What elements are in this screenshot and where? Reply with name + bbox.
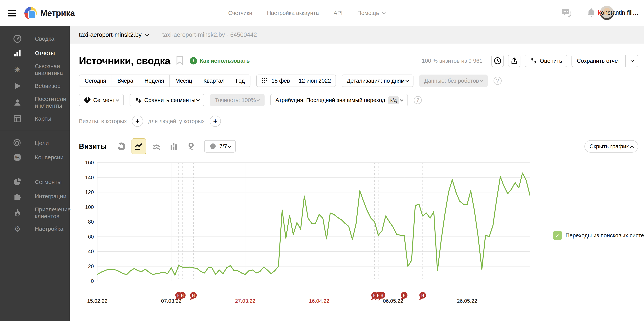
svg-text:120: 120 <box>85 189 94 195</box>
svg-text:140: 140 <box>85 175 94 180</box>
puzzle-icon <box>0 192 35 201</box>
save-report-button[interactable]: Сохранить отчет <box>572 55 638 67</box>
svg-text:15.02.22: 15.02.22 <box>87 298 107 304</box>
chevron-down-icon <box>405 78 409 82</box>
legend-checkbox[interactable]: ✓ <box>553 231 562 240</box>
period-year[interactable]: Год <box>230 75 250 87</box>
compare-segments-button[interactable]: Сравнить сегменты <box>130 94 204 106</box>
chevron-down-icon <box>116 98 119 101</box>
nav-account-settings[interactable]: Настройка аккаунта <box>267 10 319 16</box>
svg-text:16.04.22: 16.04.22 <box>309 298 329 304</box>
help-question-icon[interactable]: ? <box>494 77 502 85</box>
chevron-down-icon <box>630 59 634 62</box>
how-to-use-link[interactable]: i Как использовать <box>190 57 250 65</box>
attribution-dropdown[interactable]: Атрибуция: Последний значимый переход к/… <box>270 94 408 106</box>
counter-selector[interactable]: taxi-aeroport-minsk2.by <box>79 31 148 38</box>
period-month[interactable]: Месяц <box>170 75 198 87</box>
metrics-count-dropdown[interactable]: 7/7 <box>204 140 236 153</box>
metric-row: Визиты 7/7 Скрыть график <box>79 138 644 155</box>
svg-text:Н: Н <box>403 293 406 297</box>
svg-text:Н: Н <box>192 293 195 297</box>
period-filters-row: Сегодня Вчера Неделя Месяц Квартал Год 1… <box>79 75 644 87</box>
sidebar-item-goals[interactable]: Цели <box>0 136 70 150</box>
feedback-chat-icon[interactable] <box>562 8 572 18</box>
top-icons <box>562 0 596 26</box>
user-name[interactable]: konstantin.fili… <box>598 9 638 16</box>
metric-title: Визиты <box>79 142 107 151</box>
detalization-dropdown[interactable]: Детализация: по дням <box>342 75 414 87</box>
chevron-up-icon <box>630 146 634 149</box>
chevron-down-icon <box>256 98 260 101</box>
export-share-button[interactable] <box>508 55 520 67</box>
metrica-logo-icon <box>24 7 37 19</box>
info-icon: i <box>190 57 197 65</box>
visits-condition-label: Визиты, в которых <box>79 118 127 125</box>
accuracy-dropdown[interactable]: Точность: 100% <box>210 94 264 106</box>
history-clock-button[interactable] <box>492 55 504 67</box>
visitors-icon <box>0 98 35 107</box>
help-question-icon[interactable]: ? <box>414 96 422 104</box>
chart-type-map-pin-icon[interactable] <box>184 138 198 154</box>
nav-api[interactable]: API <box>334 10 343 16</box>
svg-text:80: 80 <box>88 219 94 225</box>
cross-analytics-icon: ✳ <box>0 66 35 74</box>
period-yesterday[interactable]: Вчера <box>112 75 139 87</box>
sidebar-divider <box>0 131 70 131</box>
notifications-bell-icon[interactable] <box>587 8 596 19</box>
sidebar-item-maps[interactable]: Карты <box>0 112 70 126</box>
sidebar-item-reports[interactable]: Отчеты <box>0 46 70 60</box>
sidebar-item-conversions[interactable]: % Конверсии <box>0 150 70 165</box>
bookmark-icon[interactable] <box>176 56 183 66</box>
nav-help[interactable]: Помощь <box>358 10 385 16</box>
period-week[interactable]: Неделя <box>139 75 170 87</box>
data-mode-dropdown[interactable]: Данные: без роботов <box>419 75 488 87</box>
bar-chart-icon <box>0 49 35 58</box>
save-report-dropdown[interactable] <box>625 55 638 67</box>
title-row: Источники, сводка i Как использовать 100… <box>79 54 644 68</box>
svg-text:07.03.22: 07.03.22 <box>161 298 182 304</box>
segment-button[interactable]: Сегмент <box>79 94 124 106</box>
gear-icon: ⚙ <box>0 225 35 233</box>
visits-chart-svg[interactable]: 02040608010012014016015.02.2207.03.2227.… <box>85 156 545 311</box>
counter-bar: taxi-aeroport-minsk2.by taxi-aeroport-mi… <box>70 26 644 44</box>
period-today[interactable]: Сегодня <box>79 75 112 87</box>
chart-legend: ✓ Переходы из поисковых систем <box>553 231 644 240</box>
rate-button[interactable]: Оценить <box>525 55 567 67</box>
flame-icon <box>0 208 35 218</box>
hide-chart-button[interactable]: Скрыть график <box>584 140 638 153</box>
svg-text:160: 160 <box>85 160 94 166</box>
sidebar-divider <box>0 170 70 170</box>
hamburger-menu-icon[interactable] <box>8 10 16 17</box>
add-people-condition-button[interactable]: + <box>210 116 221 127</box>
sidebar-item-cross-analytics[interactable]: ✳ Сквозная аналитика <box>0 60 70 79</box>
sidebar-item-webvisor[interactable]: Вебвизор <box>0 79 70 93</box>
metrica-brand[interactable]: Метрика <box>24 7 75 19</box>
brand-name: Метрика <box>40 8 75 18</box>
sidebar-item-summary[interactable]: Сводка <box>0 32 70 46</box>
chart-type-line-icon[interactable] <box>132 138 146 154</box>
sidebar-item-settings[interactable]: ⚙ Настройка <box>0 222 70 235</box>
add-visit-condition-button[interactable]: + <box>132 116 143 127</box>
period-group: Сегодня Вчера Неделя Месяц Квартал Год <box>79 75 250 87</box>
legend-label: Переходы из поисковых систем <box>566 232 644 239</box>
svg-text:26.05.22: 26.05.22 <box>457 298 477 304</box>
sidebar-item-segments[interactable]: Сегменты <box>0 175 70 189</box>
date-range-button[interactable]: 15 фев — 12 июн 2022 <box>256 75 336 87</box>
visits-chart: 02040608010012014016015.02.2207.03.2227.… <box>79 156 644 311</box>
sidebar-item-visitors[interactable]: Посетители и клиенты <box>0 93 70 112</box>
svg-text:40: 40 <box>88 249 94 254</box>
sidebar-item-integrations[interactable]: Интеграции <box>0 189 70 203</box>
chart-type-columns-icon[interactable] <box>166 138 181 154</box>
maps-icon <box>0 114 35 123</box>
period-quarter[interactable]: Квартал <box>198 75 230 87</box>
svg-text:0: 0 <box>91 278 94 284</box>
svg-text:60: 60 <box>88 234 94 240</box>
nav-counters[interactable]: Счетчики <box>228 10 252 16</box>
sidebar-item-acquisition[interactable]: Привлечение клиентов <box>0 203 70 222</box>
chart-type-pie-icon[interactable] <box>114 138 129 154</box>
speedometer-icon <box>0 34 35 43</box>
top-nav: Счетчики Настройка аккаунта API Помощь <box>228 0 385 26</box>
page-title: Источники, сводка <box>79 55 170 67</box>
attribution-badge: к/д <box>388 96 399 104</box>
chart-type-area-icon[interactable] <box>149 138 164 154</box>
